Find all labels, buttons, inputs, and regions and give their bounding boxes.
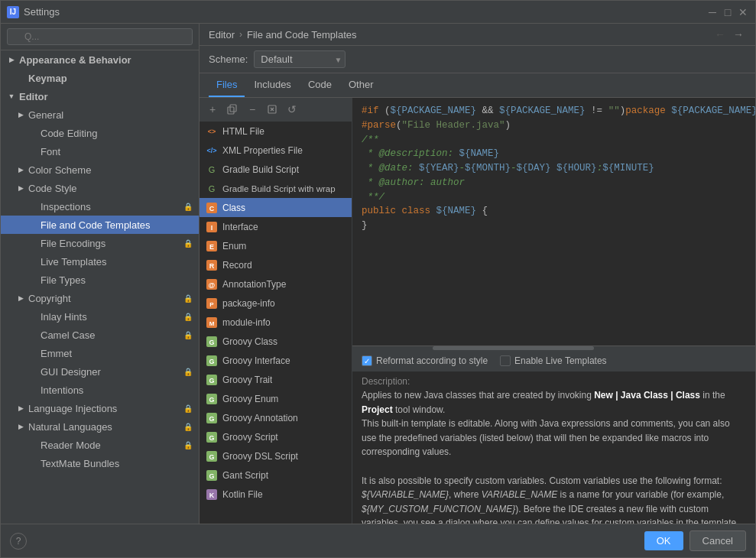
svg-text:@: @ [209, 281, 216, 289]
help-button[interactable]: ? [10, 533, 27, 550]
template-item-annotation[interactable]: @ AnnotationType [200, 274, 352, 294]
template-item-package-info[interactable]: P package-info [200, 294, 352, 313]
sidebar-item-intentions[interactable]: Intentions [1, 381, 199, 399]
template-item-record[interactable]: R Record [200, 255, 352, 274]
sidebar-item-general[interactable]: ▶ General [1, 105, 199, 124]
main-content: Editor › File and Code Templates ← → Sch… [200, 24, 755, 524]
template-item-groovy-trait[interactable]: G Groovy Trait [200, 370, 352, 389]
search-box: 🔍 [1, 24, 199, 50]
template-item-html-file[interactable]: <> HTML File [200, 122, 352, 141]
sidebar-item-appearance[interactable]: ▶ Appearance & Behavior [1, 50, 199, 69]
sidebar-item-code-style[interactable]: ▶ Code Style [1, 179, 199, 197]
sidebar-item-editor[interactable]: ▼ Editor [1, 87, 199, 105]
arrow-icon [28, 367, 37, 376]
add-template-button[interactable]: + [204, 101, 221, 118]
breadcrumb-current: File and Code Templates [247, 29, 357, 41]
settings-dialog: IJ Settings ─ □ ✕ 🔍 ▶ Appearance & Behav [0, 0, 756, 558]
copy-template-button[interactable] [224, 101, 241, 118]
template-item-groovy-annotation[interactable]: G Groovy Annotation [200, 408, 352, 427]
arrow-icon: ▶ [16, 404, 25, 413]
sidebar-item-reader-mode[interactable]: Reader Mode 🔒 [1, 436, 199, 454]
sidebar-item-language-injections[interactable]: ▶ Language Injections 🔒 [1, 399, 199, 417]
groovy-interface-icon: G [206, 355, 218, 367]
scheme-select[interactable]: Default Project [254, 50, 346, 68]
template-item-groovy-script[interactable]: G Groovy Script [200, 427, 352, 446]
restore-template-button[interactable] [264, 101, 281, 118]
sidebar-label: Keymap [28, 73, 67, 84]
lock-icon: 🔒 [183, 368, 193, 376]
sidebar-item-textmate-bundles[interactable]: TextMate Bundles [1, 454, 199, 472]
groovy-dsl-icon: G [206, 450, 218, 462]
reformat-checkbox-row[interactable]: ✓ Reformat according to style [362, 355, 488, 366]
live-templates-checkbox-row[interactable]: Enable Live Templates [500, 355, 607, 366]
template-item-gradle-wrap[interactable]: G Gradle Build Script with wrap [200, 179, 352, 198]
template-name: Groovy Trait [222, 375, 272, 385]
sidebar-label: Intentions [41, 384, 83, 396]
sidebar-item-natural-languages[interactable]: ▶ Natural Languages 🔒 [1, 417, 199, 436]
reformat-checkbox[interactable]: ✓ [362, 355, 372, 366]
template-item-interface[interactable]: I Interface [200, 217, 352, 236]
template-item-gant-script[interactable]: G Gant Script [200, 466, 352, 485]
sidebar-item-keymap[interactable]: Keymap [1, 69, 199, 87]
sidebar-item-inspections[interactable]: Inspections 🔒 [1, 197, 199, 216]
xml-icon: </> [206, 144, 218, 157]
template-item-xml-props[interactable]: </> XML Properties File [200, 141, 352, 160]
description-text: Applies to new Java classes that are cre… [352, 388, 755, 524]
tab-includes[interactable]: Includes [246, 73, 298, 97]
template-item-groovy-class[interactable]: G Groovy Class [200, 332, 352, 351]
close-button[interactable]: ✕ [737, 6, 749, 18]
tab-code[interactable]: Code [300, 73, 339, 97]
sidebar-item-copyright[interactable]: ▶ Copyright 🔒 [1, 289, 199, 307]
sidebar: 🔍 ▶ Appearance & Behavior Keymap ▼ [1, 24, 200, 524]
template-name: package-info [222, 298, 275, 309]
template-item-groovy-enum[interactable]: G Groovy Enum [200, 389, 352, 408]
scroll-indicator [352, 346, 755, 350]
arrow-icon: ▶ [16, 110, 25, 119]
template-item-gradle[interactable]: G Gradle Build Script [200, 160, 352, 179]
back-button[interactable]: ← [712, 28, 728, 41]
tab-other[interactable]: Other [341, 73, 381, 97]
groovy-class-icon: G [206, 336, 218, 348]
code-editor[interactable]: #if (${PACKAGE_NAME} && ${PACKAGE_NAME} … [352, 98, 755, 346]
cancel-button[interactable]: Cancel [689, 530, 746, 551]
ok-button[interactable]: OK [644, 531, 683, 550]
sidebar-item-file-code-templates[interactable]: File and Code Templates [1, 216, 199, 234]
templates-panel: + − ↺ <> HTML Fil [200, 98, 755, 524]
groovy-trait-icon: G [206, 374, 218, 386]
template-item-class[interactable]: C Class [200, 198, 352, 217]
tabs-row: Files Includes Code Other [200, 73, 755, 98]
forward-button[interactable]: → [731, 28, 746, 41]
code-line: **/ [362, 190, 746, 205]
sidebar-item-inlay-hints[interactable]: Inlay Hints 🔒 [1, 307, 199, 326]
code-line: * @description: ${NAME} [362, 147, 746, 161]
sidebar-item-file-types[interactable]: File Types [1, 271, 199, 289]
remove-template-button[interactable]: − [244, 101, 261, 118]
breadcrumb-parent: Editor [209, 29, 235, 41]
live-templates-checkbox[interactable] [500, 355, 511, 366]
sidebar-item-file-encodings[interactable]: File Encodings 🔒 [1, 234, 199, 252]
sidebar-label: Font [41, 146, 60, 157]
maximize-button[interactable]: □ [722, 6, 734, 18]
sidebar-item-live-templates[interactable]: Live Templates [1, 252, 199, 271]
template-item-enum[interactable]: E Enum [200, 236, 352, 255]
sidebar-item-emmet[interactable]: Emmet [1, 344, 199, 362]
template-item-groovy-dsl[interactable]: G Groovy DSL Script [200, 446, 352, 466]
sidebar-item-camel-case[interactable]: Camel Case 🔒 [1, 326, 199, 344]
search-input[interactable] [7, 28, 193, 45]
arrow-icon [28, 385, 37, 394]
template-item-module-info[interactable]: M module-info [200, 313, 352, 332]
template-name: Gant Script [222, 470, 268, 481]
sidebar-item-code-editing[interactable]: Code Editing [1, 124, 199, 142]
code-line: } [362, 219, 746, 233]
sidebar-item-font[interactable]: Font [1, 142, 199, 161]
svg-text:G: G [209, 358, 214, 365]
template-item-groovy-interface[interactable]: G Groovy Interface [200, 351, 352, 370]
sidebar-item-color-scheme[interactable]: ▶ Color Scheme [1, 161, 199, 179]
sidebar-item-gui-designer[interactable]: GUI Designer 🔒 [1, 362, 199, 381]
template-item-kotlin-file[interactable]: K Kotlin File [200, 485, 352, 504]
tab-files[interactable]: Files [209, 73, 245, 97]
groovy-enum-icon: G [206, 393, 218, 405]
revert-template-button[interactable]: ↺ [284, 101, 300, 118]
minimize-button[interactable]: ─ [706, 6, 719, 18]
dialog-body: 🔍 ▶ Appearance & Behavior Keymap ▼ [1, 24, 755, 524]
